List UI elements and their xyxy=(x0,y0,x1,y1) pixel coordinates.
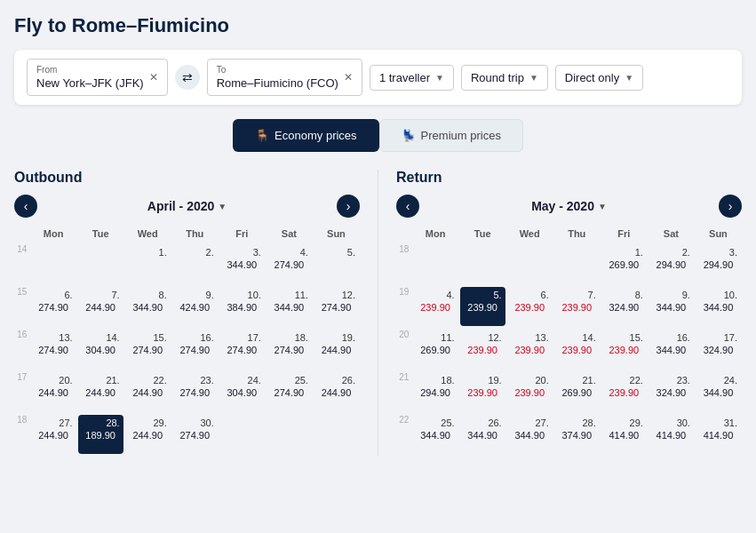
day-cell[interactable]: 12.274.90 xyxy=(313,285,360,328)
day-price: 244.90 xyxy=(132,430,163,441)
day-cell[interactable]: 29.244.90 xyxy=(124,413,171,456)
day-cell[interactable]: 30.274.90 xyxy=(171,413,219,456)
to-clear-icon[interactable]: ✕ xyxy=(344,71,353,84)
travellers-dropdown[interactable]: 1 traveller ▼ xyxy=(370,65,454,91)
day-cell[interactable]: 2.294.90 xyxy=(648,243,695,285)
day-cell[interactable]: 5.239.90 xyxy=(459,285,506,328)
day-cell[interactable]: 25.344.90 xyxy=(412,413,459,456)
day-cell[interactable]: 27.244.90 xyxy=(30,413,77,456)
day-number: 31. xyxy=(724,418,737,428)
day-price: 274.90 xyxy=(179,387,210,398)
day-price: 344.90 xyxy=(704,387,734,398)
day-number: 30. xyxy=(677,418,690,428)
day-cell[interactable]: 14.239.90 xyxy=(553,328,601,370)
day-cell[interactable]: 24.304.90 xyxy=(219,370,266,413)
day-cell xyxy=(506,243,553,285)
day-cell[interactable]: 18.274.90 xyxy=(266,328,313,370)
day-cell[interactable]: 28.374.90 xyxy=(553,413,601,456)
day-cell[interactable]: 3.294.90 xyxy=(695,243,742,285)
day-cell[interactable]: 17.324.90 xyxy=(695,328,742,370)
outbound-day-sat: Sat xyxy=(266,225,313,243)
day-price: 274.90 xyxy=(322,302,352,313)
tab-economy[interactable]: 🪑 Economy prices xyxy=(233,119,378,152)
day-number: 28. xyxy=(106,418,119,428)
day-cell[interactable]: 9.424.90 xyxy=(171,285,219,328)
day-cell[interactable]: 17.274.90 xyxy=(219,328,266,370)
day-cell[interactable]: 10.344.90 xyxy=(695,285,742,328)
return-calendar: Return ‹ May - 2020 ▼ › Mon Tue Wed Thu xyxy=(396,170,742,456)
day-number: 14. xyxy=(583,332,596,343)
day-number: 25. xyxy=(441,418,454,428)
day-cell[interactable]: 23.274.90 xyxy=(171,370,219,413)
day-number: 23. xyxy=(201,375,214,386)
day-cell[interactable]: 20.244.90 xyxy=(30,370,77,413)
day-number: 18. xyxy=(295,332,308,343)
day-cell[interactable]: 24.344.90 xyxy=(695,370,742,413)
day-cell[interactable]: 12.239.90 xyxy=(459,328,506,370)
day-cell[interactable]: 6.239.90 xyxy=(506,285,553,328)
seat-icon: 🪑 xyxy=(255,129,269,142)
day-cell[interactable]: 15.274.90 xyxy=(124,328,171,370)
day-cell[interactable]: 31.414.90 xyxy=(695,413,742,456)
day-cell[interactable]: 15.239.90 xyxy=(601,328,648,370)
day-cell[interactable]: 11.344.90 xyxy=(266,285,313,328)
table-row: 2011.269.9012.239.9013.239.9014.239.9015… xyxy=(396,328,742,370)
tab-premium[interactable]: 💺 Premium prices xyxy=(379,119,523,152)
day-cell[interactable]: 19.239.90 xyxy=(459,370,506,413)
day-cell[interactable]: 26.244.90 xyxy=(313,370,360,413)
day-cell[interactable]: 14.304.90 xyxy=(77,328,124,370)
day-cell[interactable]: 7.239.90 xyxy=(553,285,601,328)
day-cell[interactable]: 6.274.90 xyxy=(30,285,77,328)
day-cell[interactable]: 22.244.90 xyxy=(124,370,171,413)
day-number: 13. xyxy=(535,332,548,343)
outbound-next-button[interactable]: › xyxy=(337,195,360,218)
day-cell[interactable]: 3.344.90 xyxy=(219,243,266,285)
day-cell[interactable]: 11.269.90 xyxy=(412,328,459,370)
day-price: 244.90 xyxy=(38,430,68,441)
from-label: From xyxy=(36,65,144,75)
flight-type-dropdown[interactable]: Direct only ▼ xyxy=(555,65,643,91)
day-cell[interactable]: 13.239.90 xyxy=(506,328,553,370)
day-cell[interactable]: 18.294.90 xyxy=(412,370,459,413)
day-cell xyxy=(553,243,601,285)
from-field[interactable]: From New York–JFK (JFK) ✕ xyxy=(27,59,168,96)
day-cell[interactable]: 21.244.90 xyxy=(77,370,124,413)
day-cell[interactable]: 23.324.90 xyxy=(648,370,695,413)
day-cell[interactable]: 30.414.90 xyxy=(648,413,695,456)
day-cell[interactable]: 7.244.90 xyxy=(77,285,124,328)
return-next-button[interactable]: › xyxy=(719,195,742,218)
day-cell[interactable]: 27.344.90 xyxy=(506,413,553,456)
day-number: 22. xyxy=(153,375,166,386)
day-cell[interactable]: 28.189.90 xyxy=(77,413,124,456)
day-cell[interactable]: 1.269.90 xyxy=(601,243,648,285)
day-cell[interactable]: 4.274.90 xyxy=(266,243,313,285)
day-cell[interactable]: 21.269.90 xyxy=(553,370,601,413)
day-number: 24. xyxy=(724,375,737,386)
day-number: 15. xyxy=(153,332,166,343)
week-number: 15 xyxy=(14,285,30,328)
to-field[interactable]: To Rome–Fiumicino (FCO) ✕ xyxy=(207,59,362,96)
day-cell[interactable]: 20.239.90 xyxy=(506,370,553,413)
day-price: 294.90 xyxy=(657,259,687,270)
day-number: 21. xyxy=(106,375,119,386)
day-cell[interactable]: 10.384.90 xyxy=(219,285,266,328)
day-cell[interactable]: 9.344.90 xyxy=(648,285,695,328)
day-cell[interactable]: 22.239.90 xyxy=(601,370,648,413)
day-cell[interactable]: 13.274.90 xyxy=(30,328,77,370)
day-cell[interactable]: 4.239.90 xyxy=(412,285,459,328)
day-cell[interactable]: 29.414.90 xyxy=(601,413,648,456)
day-cell[interactable]: 8.324.90 xyxy=(601,285,648,328)
day-cell[interactable]: 16.274.90 xyxy=(171,328,219,370)
table-row: 1613.274.9014.304.9015.274.9016.274.9017… xyxy=(14,328,360,370)
day-cell[interactable]: 16.344.90 xyxy=(648,328,695,370)
day-cell[interactable]: 25.274.90 xyxy=(266,370,313,413)
day-cell[interactable]: 19.244.90 xyxy=(313,328,360,370)
trip-type-dropdown[interactable]: Round trip ▼ xyxy=(461,65,548,91)
from-clear-icon[interactable]: ✕ xyxy=(149,71,158,84)
day-cell[interactable]: 26.344.90 xyxy=(459,413,506,456)
week-number: 18 xyxy=(396,243,412,285)
return-prev-button[interactable]: ‹ xyxy=(396,195,419,218)
day-cell[interactable]: 8.344.90 xyxy=(124,285,171,328)
swap-button[interactable]: ⇄ xyxy=(175,65,200,90)
outbound-prev-button[interactable]: ‹ xyxy=(14,195,37,218)
